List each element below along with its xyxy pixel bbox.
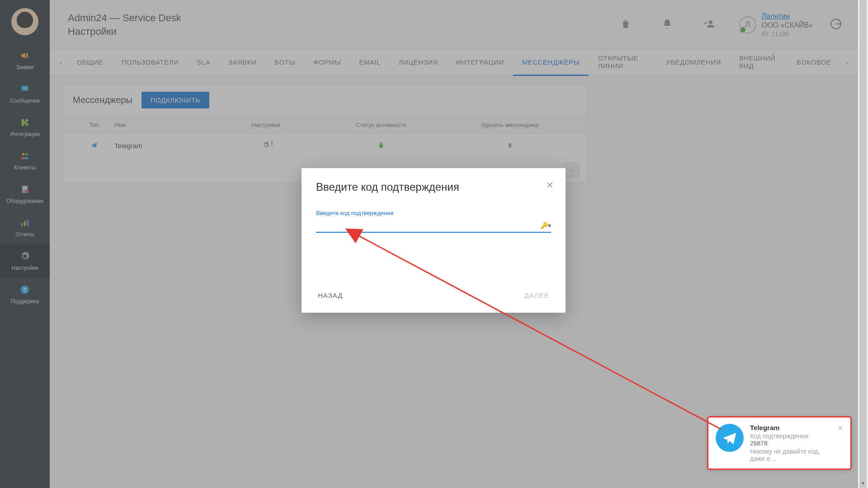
modal-back-button[interactable]: НАЗАД xyxy=(316,287,344,304)
scrollbar-thumb[interactable] xyxy=(859,0,867,488)
close-icon: ✕ xyxy=(546,180,554,190)
modal-field-label: Введите код подтверждения xyxy=(316,210,551,216)
confirmation-code-input[interactable] xyxy=(316,216,551,233)
key-icon[interactable]: 🔑▾ xyxy=(540,222,551,229)
confirmation-code-modal: Введите код подтверждения ✕ Введите код … xyxy=(302,168,566,313)
toast-line2: Никому не давайте код, даже е… xyxy=(750,448,831,462)
modal-close-button[interactable]: ✕ xyxy=(546,180,554,191)
telegram-toast-icon xyxy=(716,424,744,452)
toast-line1: Код подтверждения: 26878. xyxy=(750,432,831,447)
toast-close-button[interactable]: ✕ xyxy=(837,424,843,432)
close-icon: ✕ xyxy=(837,424,843,432)
toast-title: Telegram xyxy=(750,424,831,432)
modal-title: Введите код подтверждения xyxy=(316,181,551,193)
telegram-toast[interactable]: Telegram Код подтверждения: 26878. Ником… xyxy=(707,416,852,470)
modal-next-button[interactable]: ДАЛЕЕ xyxy=(523,287,551,304)
scrollbar-down[interactable]: ▼ xyxy=(858,478,868,488)
browser-scrollbar[interactable]: ▲ ▼ xyxy=(858,0,868,488)
